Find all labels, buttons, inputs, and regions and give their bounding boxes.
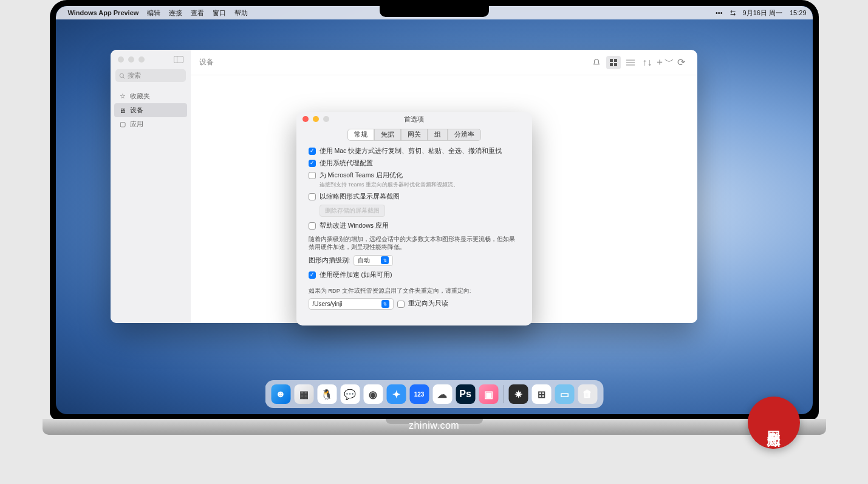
dock-windows[interactable]: ⊞ [531,384,551,404]
tab-resolution[interactable]: 分辨率 [448,129,481,141]
dock-123[interactable]: 123 [409,384,429,404]
menubar-switch-icon[interactable]: ⇆ [730,9,736,17]
sidebar-item-apps[interactable]: ▢ 应用 [114,117,187,131]
grid-view-icon[interactable] [606,56,621,69]
menubar-time[interactable]: 15:29 [790,9,807,16]
dock-qq[interactable]: 🐧 [317,384,337,404]
menu-edit[interactable]: 编辑 [147,9,160,18]
sidebar-list: ☆ 收藏夹 🖥 设备 ▢ 应用 [111,87,191,134]
sort-icon[interactable]: ↑↓ [640,56,655,69]
opt-label: 为 Microsoft Teams 启用优化 [320,171,403,180]
app-sidebar: 搜索 ☆ 收藏夹 🖥 设备 ▢ 应用 [111,50,191,323]
menu-help[interactable]: 帮助 [234,9,248,18]
sidebar-item-label: 收藏夹 [130,92,150,101]
sidebar-item-favorites[interactable]: ☆ 收藏夹 [114,89,187,103]
tab-general[interactable]: 常规 [347,129,374,141]
add-icon[interactable]: ＋﹀ [657,56,672,69]
opt-system-proxy[interactable]: 使用系统代理配置 [309,159,520,168]
search-input[interactable]: 搜索 [115,69,186,82]
minimize-button[interactable] [128,56,134,63]
opt-teams-sub: 连接到支持 Teams 重定向的服务器时优化音频和视频流。 [320,181,520,189]
laptop-frame: Windows App Preview 编辑 连接 查看 窗口 帮助 ••• ⇆… [43,0,826,462]
interp-row: 图形内插级别: 自动 ⇅ [309,255,520,266]
dock-chrome[interactable]: ◉ [363,384,383,404]
chevron-updown-icon: ⇅ [381,256,389,264]
dock-trash[interactable]: 🗑 [578,384,597,404]
menu-view[interactable]: 查看 [191,9,204,18]
search-icon [119,73,125,79]
opt-label: 使用硬件加速 (如果可用) [320,271,392,279]
dock-wheel[interactable]: ✷ [508,384,528,404]
interp-select[interactable]: 自动 ⇅ [354,255,393,266]
menubar-more-icon[interactable]: ••• [716,9,723,16]
list-view-icon[interactable] [623,56,638,69]
opt-label: 使用 Mac 快捷方式进行复制、剪切、粘贴、全选、撤消和重找 [320,147,502,155]
dock-separator [503,385,504,403]
sidebar-item-devices[interactable]: 🖥 设备 [114,103,187,117]
prefs-titlebar: 首选项 [296,112,532,126]
dock-folder[interactable]: ▭ [555,384,574,404]
dock-photoshop[interactable]: Ps [456,384,475,404]
display-icon: 🖥 [119,107,126,114]
menubar-date[interactable]: 9月16日 周一 [743,9,782,18]
screen: Windows App Preview 编辑 连接 查看 窗口 帮助 ••• ⇆… [56,6,813,414]
tab-credentials[interactable]: 凭据 [374,129,401,141]
checkbox-icon[interactable] [309,271,316,279]
tab-groups[interactable]: 组 [428,129,448,141]
notch [380,6,489,17]
prefs-tabs: 常规 凭据 网关 组 分辨率 [296,129,532,141]
menubar-app-name[interactable]: Windows App Preview [68,9,139,16]
close-button[interactable] [118,56,124,63]
zoom-button[interactable] [138,56,145,63]
opt-improve[interactable]: 帮助改进 Windows 应用 [309,222,520,230]
dock-cleanshot[interactable]: ▣ [479,384,498,404]
chevron-updown-icon: ⇅ [381,300,389,308]
tab-gateway[interactable]: 网关 [401,129,428,141]
dock-baidu[interactable]: ☁ [432,384,452,404]
opt-teams[interactable]: 为 Microsoft Teams 启用优化 [309,171,520,180]
dock-finder[interactable]: ☻ [271,384,290,404]
watermark-logo: 知您网 [748,397,800,449]
checkbox-icon[interactable] [309,148,316,155]
subtitle: zhiniw.com [409,420,459,431]
dock-launchpad[interactable]: ▦ [294,384,313,404]
interp-value: 自动 [358,256,370,265]
refresh-icon[interactable]: ⟳ [674,56,689,69]
checkbox-icon[interactable] [309,160,316,167]
redirect-desc: 如果为 RDP 文件或托管资源启用了文件夹重定向，请重定向: [309,287,520,295]
toolbar: 设备 ↑↓ ＋﹀ ⟳ [191,50,697,75]
opt-hw-accel[interactable]: 使用硬件加速 (如果可用) [309,271,520,279]
svg-rect-2 [610,59,613,62]
opt-label: 使用系统代理配置 [320,159,373,168]
svg-line-1 [123,77,125,78]
menu-connect[interactable]: 连接 [169,9,182,18]
opt-mac-shortcuts[interactable]: 使用 Mac 快捷方式进行复制、剪切、粘贴、全选、撤消和重找 [309,147,520,155]
checkbox-icon[interactable] [397,301,405,308]
svg-rect-5 [614,63,617,66]
screen-bezel: Windows App Preview 编辑 连接 查看 窗口 帮助 ••• ⇆… [50,0,819,420]
dock-wechat[interactable]: 💬 [340,384,360,404]
clear-thumbs-button[interactable]: 删除存储的屏幕截图 [320,205,385,217]
svg-rect-4 [610,63,613,66]
notifications-icon[interactable] [589,56,604,69]
checkbox-icon[interactable] [309,172,316,179]
toggle-sidebar-icon[interactable] [174,56,183,63]
opt-label: 帮助改进 Windows 应用 [320,222,389,230]
opt-thumbnail[interactable]: 以缩略图形式显示屏幕截图 [309,193,520,201]
redirect-path-select[interactable]: /Users/yinji ⇅ [309,298,394,310]
window-controls [111,50,191,67]
search-placeholder: 搜索 [128,71,141,80]
prefs-title: 首选项 [296,115,532,124]
preferences-window: 首选项 常规 凭据 网关 组 分辨率 使用 Mac 快捷方式进行复制、剪切、粘贴… [296,112,532,326]
svg-point-0 [120,73,123,77]
svg-rect-3 [614,59,617,62]
opt-label: 重定向为只读 [408,299,448,308]
toolbar-title: 设备 [199,57,214,67]
menu-window[interactable]: 窗口 [213,9,226,18]
interp-label: 图形内插级别: [309,256,350,265]
dock-dingtalk[interactable]: ✦ [386,384,406,404]
redirect-row: /Users/yinji ⇅ 重定向为只读 [309,298,520,310]
opt-label: 以缩略图形式显示屏幕截图 [320,193,400,201]
checkbox-icon[interactable] [309,193,316,200]
checkbox-icon[interactable] [309,222,316,230]
